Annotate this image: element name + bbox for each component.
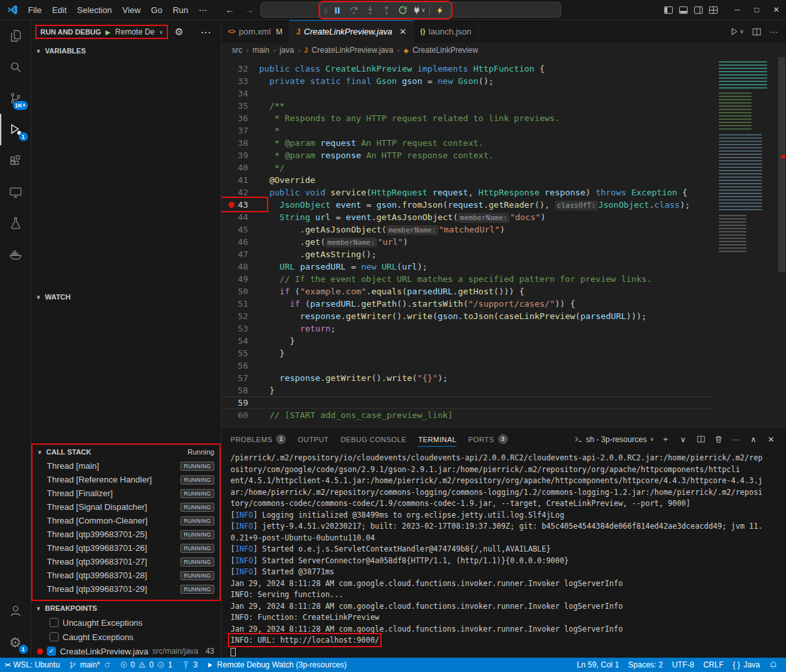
problems-indicator[interactable]: 0 0 1 [115,658,177,672]
code-line[interactable]: 54 } [221,335,715,347]
code-line[interactable]: 58 } [221,384,715,397]
eol-item[interactable]: CRLF [699,658,728,672]
editor-gutter[interactable]: 44 [221,211,259,223]
code-line[interactable]: 43 JsonObject event = gson.fromJson(requ… [221,199,715,211]
forward-arrow-icon[interactable]: → [245,5,254,15]
editor-gutter[interactable]: 34 [221,87,259,100]
code-line[interactable]: 59 [221,397,715,409]
restart-button[interactable] [395,3,411,18]
indentation-item[interactable]: Spaces: 2 [624,658,667,672]
breadcrumb-file[interactable]: CreateLinkPreview.java [312,46,393,55]
language-mode-item[interactable]: { }Java [728,658,765,672]
configure-gear-icon[interactable]: ⚙ [175,26,183,38]
debug-config-dropdown[interactable]: Remote De [115,27,155,36]
editor-gutter[interactable]: 57 [221,372,259,384]
code-line[interactable]: 38 * @param request An HTTP request cont… [221,137,715,149]
step-out-button[interactable] [378,3,395,18]
close-panel-icon[interactable]: ✕ [765,435,777,444]
code-line[interactable]: 45 .getAsJsonObject(memberName:"matchedU… [221,223,715,236]
maximize-panel-icon[interactable]: ∧ [748,435,759,444]
call-stack-thread[interactable]: Thread [qtp399683701-26]RUNNING [33,541,219,555]
call-stack-thread[interactable]: Thread [qtp399683701-25]RUNNING [33,527,219,541]
activity-testing[interactable] [0,208,31,239]
chevron-down-icon[interactable]: ∨ [160,29,163,35]
activity-remote-explorer[interactable] [0,176,31,208]
menu-item[interactable]: ⋯ [193,5,212,15]
remote-indicator[interactable]: ><WSL: Ubuntu [0,658,64,672]
editor-gutter[interactable]: 59 [221,397,259,409]
back-arrow-icon[interactable]: ← [225,5,234,15]
breadcrumb-class[interactable]: CreateLinkPreview [412,46,478,55]
code-line[interactable]: 50 if ("example.com".equals(parsedURL.ge… [221,285,715,298]
activity-source-control[interactable]: 1K+ [0,83,31,114]
watch-header[interactable]: ∨WATCH [31,290,221,304]
customize-layout-icon[interactable] [709,5,718,15]
code-line[interactable]: 39 * @param response An HTTP response co… [221,149,715,161]
split-terminal-icon[interactable] [695,435,707,443]
editor-gutter[interactable]: 32 [221,63,259,75]
close-tab-icon[interactable]: ✕ [399,27,406,36]
hot-code-replace-button[interactable] [432,3,448,18]
panel-tab-problems[interactable]: PROBLEMS1 [231,428,286,451]
editor-gutter[interactable]: 38 [221,137,259,149]
call-stack-thread[interactable]: Thread [Signal Dispatcher]RUNNING [33,500,219,514]
toggle-secondary-sidebar-icon[interactable] [694,5,703,15]
editor-gutter[interactable]: 35 [221,100,259,112]
editor-scrollbar[interactable] [778,57,786,427]
disconnect-dropdown-icon[interactable]: ∨ [421,7,425,13]
editor-more-icon[interactable]: ··· [770,27,778,36]
editor-gutter[interactable]: 49 [221,273,259,285]
activity-extensions[interactable] [0,145,31,176]
editor-gutter[interactable]: 53 [221,322,259,335]
tab-pom-xml[interactable]: <> pom.xml M [221,20,290,43]
breakpoint-checkbox[interactable] [49,618,59,627]
editor-gutter[interactable]: 36 [221,112,259,124]
breakpoint-item[interactable]: ✓CreateLinkPreview.javasrc/main/java43 [31,644,221,658]
breakpoints-header[interactable]: ∨BREAKPOINTS [31,601,221,615]
forwarded-ports-item[interactable]: 3 [177,658,203,672]
breadcrumb-main[interactable]: main [253,46,270,55]
code-line[interactable]: 40 */ [221,161,715,174]
code-line[interactable]: 34 [221,87,715,100]
code-line[interactable]: 48 URL parsedURL = new URL(url); [221,260,715,273]
pause-button[interactable] [330,3,346,18]
git-branch-item[interactable]: main* [64,658,115,672]
maximize-button[interactable]: □ [747,0,766,20]
call-stack-thread[interactable]: Thread [Common-Cleaner]RUNNING [33,514,219,527]
debug-session-item[interactable]: Remote Debug Watch (3p-resources) [202,658,351,672]
code-area[interactable]: 32public class CreateLinkPreview impleme… [221,57,715,427]
code-line[interactable]: 35 /** [221,100,715,112]
terminal-instance-select[interactable]: sh - 3p-resources ∨ [574,435,654,444]
terminal-output[interactable]: /pierrick/.m2/repository/io/cloudevents/… [221,451,786,658]
activity-settings[interactable]: ⚙1 [0,626,31,658]
editor-gutter[interactable]: 45 [221,223,259,236]
panel-more-icon[interactable]: ··· [730,435,742,444]
code-line[interactable]: 60 // [START add_ons_case_preview_link] [221,409,715,421]
code-line[interactable]: 47 .getAsString(); [221,248,715,260]
breakpoint-checkbox[interactable]: ✓ [47,647,56,656]
activity-explorer[interactable] [0,20,31,51]
code-line[interactable]: 46 .get(memberName:"url") [221,236,715,248]
step-into-button[interactable] [362,3,378,18]
notifications-bell[interactable] [765,658,782,672]
editor-gutter[interactable]: 41 [221,174,259,186]
code-line[interactable]: 53 return; [221,322,715,335]
call-stack-thread[interactable]: Thread [qtp399683701-29]RUNNING [33,582,219,596]
code-line[interactable]: 42 public void service(HttpRequest reque… [221,186,715,199]
encoding-item[interactable]: UTF-8 [667,658,699,672]
menu-item[interactable]: Edit [47,5,72,15]
activity-run-and-debug[interactable]: 1 [0,114,31,145]
minimap[interactable] [715,57,778,427]
editor-gutter[interactable]: 46 [221,236,259,248]
editor-gutter[interactable]: 50 [221,285,259,298]
editor-gutter[interactable]: 58 [221,384,259,397]
panel-tab-terminal[interactable]: TERMINAL [418,428,456,451]
editor-gutter[interactable]: 37 [221,124,259,137]
code-line[interactable]: 55 } [221,347,715,359]
activity-accounts[interactable] [0,595,31,626]
call-stack-thread[interactable]: Thread [qtp399683701-27]RUNNING [33,555,219,568]
split-editor-icon[interactable] [752,27,761,36]
run-java-button[interactable]: ∨ [730,27,744,36]
code-line[interactable]: 33 private static final Gson gson = new … [221,75,715,87]
breakpoint-item[interactable]: Caught Exceptions [31,630,221,644]
